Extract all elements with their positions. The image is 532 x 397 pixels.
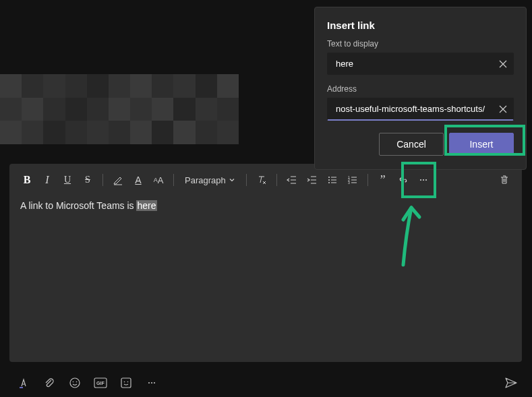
strikethrough-button[interactable]: S [78, 171, 97, 189]
font-color-button[interactable]: A [129, 171, 148, 189]
dialog-title: Insert link [327, 20, 514, 31]
cancel-button[interactable]: Cancel [379, 133, 444, 156]
toolbar-divider [246, 174, 247, 186]
message-editor: B I U S A AA Paragraph 123 [9, 164, 522, 362]
address-input-wrap [327, 98, 514, 121]
svg-text:GIF: GIF [96, 381, 105, 386]
paragraph-label: Paragraph [185, 175, 226, 185]
insert-link-dialog: Insert link Text to display Address Canc… [314, 7, 527, 170]
svg-point-16 [127, 381, 129, 383]
insert-button[interactable]: Insert [449, 133, 514, 156]
compose-actions-bar: GIF [16, 375, 519, 390]
svg-point-15 [124, 381, 125, 383]
svg-point-11 [76, 381, 78, 383]
text-to-display-input[interactable] [327, 53, 514, 75]
svg-point-17 [148, 382, 150, 384]
svg-point-8 [425, 179, 427, 181]
svg-text:3: 3 [348, 181, 350, 185]
numbered-list-button[interactable]: 123 [343, 171, 362, 189]
more-actions-button[interactable] [144, 375, 159, 390]
quote-button[interactable]: ” [374, 171, 392, 189]
highlight-button[interactable] [109, 171, 127, 189]
dialog-button-row: Cancel Insert [327, 133, 514, 156]
svg-point-9 [70, 378, 80, 388]
redacted-content [0, 74, 239, 144]
svg-point-10 [73, 381, 74, 383]
svg-rect-14 [121, 378, 131, 388]
insert-link-button[interactable] [394, 171, 413, 189]
attach-button[interactable] [42, 375, 57, 390]
send-button[interactable] [504, 375, 519, 390]
sticker-button[interactable] [119, 375, 134, 390]
address-input[interactable] [327, 98, 514, 121]
svg-point-1 [328, 179, 330, 181]
toolbar-divider [173, 174, 174, 186]
svg-point-18 [151, 382, 152, 384]
toolbar-divider [276, 174, 277, 186]
svg-point-19 [154, 382, 155, 384]
italic-button[interactable]: I [38, 171, 57, 189]
toolbar-divider [102, 174, 103, 186]
toolbar-divider [367, 174, 368, 186]
decrease-indent-button[interactable] [283, 171, 301, 189]
chevron-down-icon [229, 177, 235, 183]
emoji-button[interactable] [67, 375, 82, 390]
editor-selected-text: here [136, 200, 156, 211]
bold-button[interactable]: B [18, 171, 36, 189]
text-to-display-input-wrap [327, 53, 514, 75]
format-button[interactable] [16, 375, 31, 390]
delete-button[interactable] [495, 171, 514, 189]
editor-text: A link to Microsoft Teams is [20, 200, 136, 211]
text-to-display-label: Text to display [327, 39, 514, 49]
svg-point-6 [420, 179, 421, 181]
more-options-button[interactable] [414, 171, 433, 189]
giphy-button[interactable]: GIF [93, 375, 108, 390]
svg-point-2 [328, 182, 330, 183]
underline-button[interactable]: U [58, 171, 77, 189]
clear-formatting-button[interactable] [252, 171, 271, 189]
bulleted-list-button[interactable] [323, 171, 342, 189]
font-size-button[interactable]: AA [149, 171, 168, 189]
svg-point-7 [423, 179, 424, 181]
svg-point-0 [328, 177, 330, 178]
increase-indent-button[interactable] [303, 171, 322, 189]
editor-content[interactable]: A link to Microsoft Teams is here [9, 196, 522, 362]
clear-address-icon[interactable] [496, 102, 510, 116]
paragraph-dropdown[interactable]: Paragraph [179, 171, 241, 189]
address-label: Address [327, 84, 514, 94]
clear-text-icon[interactable] [496, 57, 510, 71]
